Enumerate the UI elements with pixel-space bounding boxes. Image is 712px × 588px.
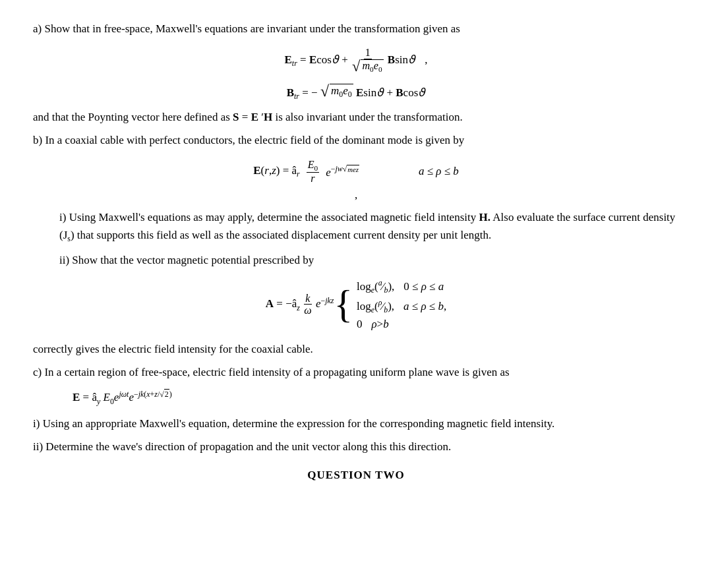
e-tr-lhs: Etr = Ecosϑ +: [285, 53, 351, 66]
b-tr-rhs: Esinϑ + Bcosϑ: [356, 86, 425, 99]
question-footer: QUESTION TWO: [33, 469, 679, 482]
part-b-correctly: correctly gives the electric field inten…: [33, 340, 679, 358]
matrix-case-2: loge(ρ⁄b), a ≤ ρ ≤ b,: [357, 298, 446, 315]
e-tr-rhs: Bsinϑ: [388, 53, 415, 66]
e-rz-exp: e−jw√mez: [326, 164, 359, 179]
e-rz-domain: a ≤ ρ ≤ b: [419, 165, 459, 178]
page-content: a) Show that in free-space, Maxwell's eq…: [33, 20, 679, 482]
sqrt-m0e0: √ m0e0: [352, 59, 384, 74]
A-lhs: A = −âz k ω e−jkz: [266, 293, 334, 317]
e-rz-lhs: E(r,z) = âr: [253, 164, 299, 179]
part-c-text: c) In a certain region of free-space, el…: [33, 363, 679, 381]
frac-E0-r: E0 r: [307, 159, 320, 185]
equation-e-plane-wave: E = ây E0ejωte−jk(x+z/√2): [33, 389, 679, 407]
b-tr-lhs: Btr = −: [287, 86, 318, 99]
matrix-case-1: loge(a⁄b), 0 ≤ ρ ≤ a: [357, 278, 446, 295]
equation-e-tr: Etr = Ecosϑ + 1 √ m0e0 Bsinϑ ,: [33, 47, 679, 74]
equation-b-tr: Btr = − √ m0e0 Esinϑ + Bcosϑ: [33, 84, 679, 102]
left-brace: {: [334, 285, 353, 324]
part-c-i: i) Using an appropriate Maxwell's equati…: [33, 415, 679, 432]
fraction-1-over-sqrt: 1 √ m0e0: [351, 47, 385, 74]
comma-after-eq: ,: [33, 189, 679, 202]
part-b-i: i) Using Maxwell's equations as may appl…: [59, 208, 679, 246]
part-c-ii: ii) Determine the wave's direction of pr…: [33, 438, 679, 456]
sqrt-m0e0-b: √ m0e0: [320, 84, 353, 100]
equation-e-rz: E(r,z) = âr E0 r e−jw√mez a ≤ ρ ≤ b: [33, 159, 679, 185]
equation-A: A = −âz k ω e−jkz { loge(a⁄b), 0 ≤ ρ ≤ a…: [33, 278, 679, 331]
matrix-case-3: 0 ρ>b: [357, 318, 446, 331]
part-a-poynting: and that the Poynting vector here define…: [33, 108, 679, 126]
part-b-ii: ii) Show that the vector magnetic potent…: [59, 251, 679, 269]
part-b-text: b) In a coaxial cable with perfect condu…: [33, 131, 679, 149]
matrix-cases: loge(a⁄b), 0 ≤ ρ ≤ a loge(ρ⁄b), a ≤ ρ ≤ …: [357, 278, 446, 331]
part-a-text: a) Show that in free-space, Maxwell's eq…: [33, 20, 679, 38]
